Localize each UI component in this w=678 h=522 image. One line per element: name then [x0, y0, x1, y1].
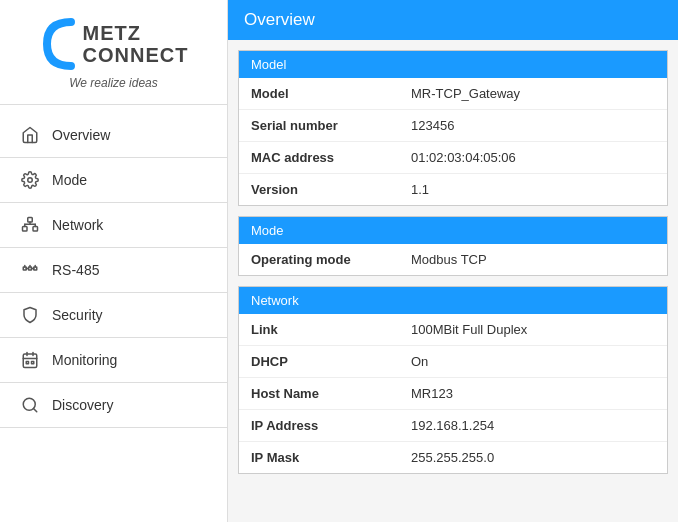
calendar-icon [20, 350, 40, 370]
value-model: MR-TCP_Gateway [411, 86, 520, 101]
logo-container: METZ CONNECT [39, 18, 189, 70]
label-mac: MAC address [251, 150, 411, 165]
section-network: Network Link 100MBit Full Duplex DHCP On… [238, 286, 668, 474]
value-link: 100MBit Full Duplex [411, 322, 527, 337]
value-operating-mode: Modbus TCP [411, 252, 487, 267]
sidebar-item-overview[interactable]: Overview [0, 113, 227, 158]
tagline: We realize ideas [69, 76, 158, 90]
label-serial: Serial number [251, 118, 411, 133]
sidebar-item-network[interactable]: Network [0, 203, 227, 248]
search-icon [20, 395, 40, 415]
svg-line-23 [33, 408, 36, 411]
info-row-ip: IP Address 192.168.1.254 [239, 410, 667, 442]
label-version: Version [251, 182, 411, 197]
value-dhcp: On [411, 354, 428, 369]
section-header-model: Model [239, 51, 667, 78]
info-row-serial: Serial number 123456 [239, 110, 667, 142]
logo-area: METZ CONNECT We realize ideas [0, 0, 227, 105]
page-title: Overview [228, 0, 678, 40]
sidebar-item-rs485[interactable]: RS-485 [0, 248, 227, 293]
section-body-network: Link 100MBit Full Duplex DHCP On Host Na… [239, 314, 667, 473]
value-mac: 01:02:03:04:05:06 [411, 150, 516, 165]
svg-rect-21 [32, 362, 34, 364]
rs485-icon [20, 260, 40, 280]
nav-items: Overview Mode Network [0, 113, 227, 428]
section-mode: Mode Operating mode Modbus TCP [238, 216, 668, 276]
sidebar-item-label-network: Network [52, 217, 103, 233]
value-ipmask: 255.255.255.0 [411, 450, 494, 465]
shield-icon [20, 305, 40, 325]
sidebar-item-security[interactable]: Security [0, 293, 227, 338]
info-row-mac: MAC address 01:02:03:04:05:06 [239, 142, 667, 174]
info-row-dhcp: DHCP On [239, 346, 667, 378]
svg-rect-20 [26, 362, 28, 364]
section-header-mode: Mode [239, 217, 667, 244]
value-ip: 192.168.1.254 [411, 418, 494, 433]
label-link: Link [251, 322, 411, 337]
sidebar-item-label-rs485: RS-485 [52, 262, 99, 278]
sidebar-item-label-discovery: Discovery [52, 397, 113, 413]
sidebar-item-label-mode: Mode [52, 172, 87, 188]
label-ip: IP Address [251, 418, 411, 433]
logo-connect: CONNECT [83, 44, 189, 66]
label-operating-mode: Operating mode [251, 252, 411, 267]
section-model: Model Model MR-TCP_Gateway Serial number… [238, 50, 668, 206]
main-content: Overview Model Model MR-TCP_Gateway Seri… [228, 0, 678, 522]
label-dhcp: DHCP [251, 354, 411, 369]
section-body-model: Model MR-TCP_Gateway Serial number 12345… [239, 78, 667, 205]
gear-icon [20, 170, 40, 190]
value-hostname: MR123 [411, 386, 453, 401]
network-icon [20, 215, 40, 235]
value-serial: 123456 [411, 118, 454, 133]
info-row-operating-mode: Operating mode Modbus TCP [239, 244, 667, 275]
sidebar-item-label-monitoring: Monitoring [52, 352, 117, 368]
label-ipmask: IP Mask [251, 450, 411, 465]
info-row-hostname: Host Name MR123 [239, 378, 667, 410]
sidebar-item-monitoring[interactable]: Monitoring [0, 338, 227, 383]
label-hostname: Host Name [251, 386, 411, 401]
svg-rect-16 [23, 354, 37, 368]
sidebar-item-label-overview: Overview [52, 127, 110, 143]
sidebar-item-mode[interactable]: Mode [0, 158, 227, 203]
sidebar-item-discovery[interactable]: Discovery [0, 383, 227, 428]
sidebar-item-label-security: Security [52, 307, 103, 323]
label-model: Model [251, 86, 411, 101]
svg-point-0 [28, 178, 33, 183]
info-row-ipmask: IP Mask 255.255.255.0 [239, 442, 667, 473]
info-row-link: Link 100MBit Full Duplex [239, 314, 667, 346]
info-row-model: Model MR-TCP_Gateway [239, 78, 667, 110]
section-header-network: Network [239, 287, 667, 314]
sidebar: METZ CONNECT We realize ideas Overview M… [0, 0, 228, 522]
value-version: 1.1 [411, 182, 429, 197]
logo-bracket-icon [39, 18, 77, 70]
logo-metz: METZ [83, 22, 189, 44]
house-icon [20, 125, 40, 145]
info-row-version: Version 1.1 [239, 174, 667, 205]
logo-text: METZ CONNECT [83, 22, 189, 66]
section-body-mode: Operating mode Modbus TCP [239, 244, 667, 275]
